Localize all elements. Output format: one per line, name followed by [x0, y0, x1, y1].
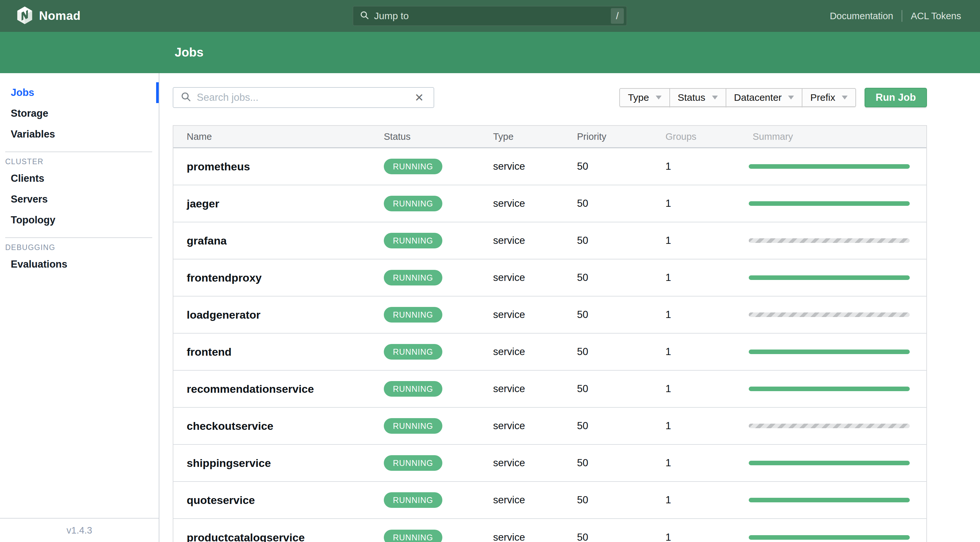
job-name-link[interactable]: shippingservice: [187, 457, 271, 469]
top-navbar: Nomad Jump to / Documentation ACL Tokens: [0, 0, 980, 32]
job-type: service: [493, 494, 577, 506]
table-row[interactable]: productcatalogservice RUNNING service 50…: [173, 519, 926, 542]
filter-datacenter-dropdown[interactable]: Datacenter: [725, 88, 803, 107]
job-type: service: [493, 309, 577, 321]
job-groups: 1: [665, 309, 749, 321]
job-priority: 50: [577, 161, 665, 172]
filter-label: Prefix: [810, 92, 835, 103]
sidebar-item-servers[interactable]: Servers: [0, 189, 159, 210]
column-header-type[interactable]: Type: [493, 131, 577, 142]
job-name-link[interactable]: quoteservice: [187, 494, 255, 506]
job-type: service: [493, 420, 577, 432]
main-content: ✕ Type Status Datacenter Prefix: [159, 73, 980, 542]
table-row[interactable]: prometheus RUNNING service 50 1: [173, 148, 926, 185]
search-jobs-input[interactable]: [197, 92, 412, 103]
job-name-link[interactable]: checkoutservice: [187, 420, 274, 432]
sidebar-item-storage[interactable]: Storage: [0, 103, 159, 124]
sidebar-item-clients[interactable]: Clients: [0, 168, 159, 189]
job-name-link[interactable]: frontend: [187, 346, 232, 358]
table-row[interactable]: checkoutservice RUNNING service 50 1: [173, 408, 926, 445]
jobs-toolbar: ✕ Type Status Datacenter Prefix: [173, 87, 927, 108]
job-type: service: [493, 161, 577, 172]
table-row[interactable]: frontend RUNNING service 50 1: [173, 334, 926, 371]
column-header-status[interactable]: Status: [384, 131, 493, 142]
status-badge: RUNNING: [384, 307, 442, 323]
run-job-button[interactable]: Run Job: [864, 88, 927, 107]
table-header: Name Status Type Priority Groups Summary: [173, 126, 926, 148]
chevron-down-icon: [656, 95, 662, 100]
job-type: service: [493, 272, 577, 283]
table-body: prometheus RUNNING service 50 1 jaeger R…: [173, 148, 926, 542]
table-row[interactable]: grafana RUNNING service 50 1: [173, 223, 926, 259]
sidebar-divider: [5, 151, 152, 152]
job-name-link[interactable]: loadgenerator: [187, 308, 261, 321]
acl-tokens-link[interactable]: ACL Tokens: [911, 11, 961, 21]
job-type: service: [493, 383, 577, 395]
filter-label: Type: [628, 92, 649, 103]
column-header-name[interactable]: Name: [173, 131, 384, 142]
sidebar-item-jobs[interactable]: Jobs: [0, 82, 159, 103]
job-name-link[interactable]: grafana: [187, 234, 227, 247]
version-label: v1.4.3: [0, 518, 159, 542]
status-badge: RUNNING: [384, 492, 442, 508]
summary-bar: [749, 535, 910, 540]
navbar-links: Documentation ACL Tokens: [830, 10, 961, 22]
summary-bar: [749, 386, 910, 391]
jump-to-search[interactable]: Jump to /: [353, 6, 627, 26]
filter-status-dropdown[interactable]: Status: [670, 88, 726, 107]
job-name-link[interactable]: recommendationservice: [187, 383, 314, 395]
jump-to-placeholder: Jump to: [374, 10, 409, 21]
table-row[interactable]: quoteservice RUNNING service 50 1: [173, 482, 926, 519]
table-row[interactable]: recommendationservice RUNNING service 50…: [173, 371, 926, 408]
job-priority: 50: [577, 420, 665, 432]
filter-prefix-dropdown[interactable]: Prefix: [802, 88, 856, 107]
chevron-down-icon: [712, 95, 718, 100]
column-header-priority[interactable]: Priority: [577, 131, 665, 142]
job-groups: 1: [665, 420, 749, 432]
job-groups: 1: [665, 198, 749, 210]
job-type: service: [493, 198, 577, 210]
documentation-link[interactable]: Documentation: [830, 11, 893, 21]
summary-bar: [749, 350, 910, 354]
table-row[interactable]: loadgenerator RUNNING service 50 1: [173, 297, 926, 334]
job-name-link[interactable]: frontendproxy: [187, 272, 261, 284]
job-name-link[interactable]: jaeger: [187, 197, 219, 210]
nav-separator: [902, 10, 902, 22]
job-priority: 50: [577, 198, 665, 210]
chevron-down-icon: [842, 95, 848, 100]
status-badge: RUNNING: [384, 159, 442, 174]
table-row[interactable]: shippingservice RUNNING service 50 1: [173, 445, 926, 482]
job-groups: 1: [665, 272, 749, 283]
job-priority: 50: [577, 532, 665, 542]
nomad-logo-icon: [16, 6, 33, 26]
job-priority: 50: [577, 309, 665, 321]
column-header-summary: Summary: [749, 131, 926, 142]
brand-name: Nomad: [39, 9, 81, 23]
filter-type-dropdown[interactable]: Type: [619, 88, 670, 107]
sidebar-item-variables[interactable]: Variables: [0, 124, 159, 145]
job-type: service: [493, 346, 577, 358]
table-row[interactable]: jaeger RUNNING service 50 1: [173, 185, 926, 223]
summary-bar: [749, 498, 910, 502]
status-badge: RUNNING: [384, 344, 442, 359]
job-name-link[interactable]: prometheus: [187, 160, 250, 173]
jobs-table: Name Status Type Priority Groups Summary…: [173, 125, 927, 542]
job-name-link[interactable]: productcatalogservice: [187, 531, 305, 542]
job-groups: 1: [665, 457, 749, 469]
search-icon: [181, 91, 192, 104]
sidebar: Jobs Storage Variables CLUSTER Clients S…: [0, 73, 159, 542]
job-groups: 1: [665, 532, 749, 542]
status-badge: RUNNING: [384, 455, 442, 471]
summary-bar: [749, 238, 910, 243]
sidebar-item-evaluations[interactable]: Evaluations: [0, 254, 159, 275]
sidebar-item-topology[interactable]: Topology: [0, 210, 159, 230]
job-type: service: [493, 457, 577, 469]
table-row[interactable]: frontendproxy RUNNING service 50 1: [173, 259, 926, 297]
summary-bar: [749, 461, 910, 465]
search-jobs-box: ✕: [173, 87, 434, 108]
clear-search-button[interactable]: ✕: [412, 92, 427, 103]
page-title: Jobs: [175, 46, 204, 59]
nomad-brand[interactable]: Nomad: [16, 6, 81, 26]
sidebar-divider: [5, 237, 152, 238]
summary-bar: [749, 275, 910, 280]
